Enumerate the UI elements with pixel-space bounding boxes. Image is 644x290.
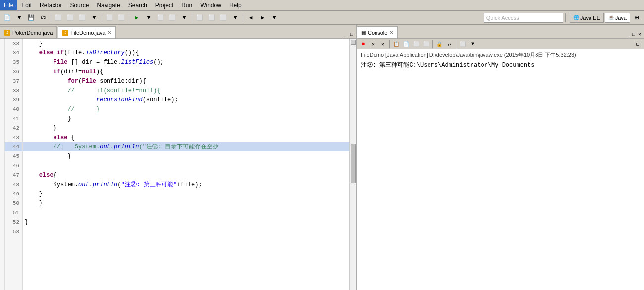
console-tab-close[interactable]: ✕ <box>389 30 393 35</box>
line-46: 46 <box>5 161 22 170</box>
tab-actions: _ □ <box>341 31 356 38</box>
toolbar-btn-14[interactable]: ⬜ <box>218 12 229 23</box>
code-line-50: } <box>23 198 349 208</box>
perspective-javaee-btn[interactable]: 🌐 Java EE <box>570 13 604 23</box>
line-44: 44 <box>5 142 22 151</box>
editor-maximize-btn[interactable]: □ <box>349 31 354 38</box>
toolbar-btn-13[interactable]: ⬜ <box>206 12 217 23</box>
menu-window[interactable]: Window <box>196 0 225 10</box>
toolbar-nav-back[interactable]: ◀ <box>245 12 256 23</box>
open-perspective-btn[interactable]: ⊞ <box>631 12 642 23</box>
console-dropdown-btn[interactable]: ▼ <box>468 40 477 48</box>
line-42: 42 <box>5 123 22 133</box>
console-content: FileDemo [Java Application] D:\develop\J… <box>357 49 644 290</box>
line-40: 40 <box>5 104 22 114</box>
menu-file[interactable]: File <box>0 0 17 10</box>
editor-minimize-btn[interactable]: _ <box>343 31 348 38</box>
line-52: 52 <box>5 217 22 227</box>
toolbar-run-btn[interactable]: ▶ <box>131 12 142 23</box>
perspective-java-btn[interactable]: ☕ Java <box>605 13 630 23</box>
tab-filedemo-close[interactable]: ✕ <box>107 30 111 35</box>
line-numbers: 33 34 35 36 37 38 39 40 41 42 43 44 45 4… <box>5 39 23 290</box>
console-sep-1 <box>389 40 390 48</box>
console-maximize-btn[interactable]: □ <box>631 31 636 38</box>
console-word-wrap-btn[interactable]: ↵ <box>445 40 454 48</box>
console-sep-3 <box>456 40 456 48</box>
line-41: 41 <box>5 114 22 123</box>
console-tab[interactable]: ▦ Console ✕ <box>357 26 398 38</box>
tab-pokerdemo[interactable]: J PokerDemo.java <box>0 26 57 38</box>
toolbar-nav-dropdown[interactable]: ▼ <box>269 12 280 23</box>
console-view-menu-btn[interactable]: ⊟ <box>633 40 642 48</box>
toolbar-btn-3[interactable]: ⬜ <box>53 12 64 23</box>
toolbar-btn-7[interactable]: ⬜ <box>104 12 115 23</box>
console-output: 注③: 第三种可能C:\Users\Administrator\My Docum… <box>361 61 640 69</box>
menu-refactor[interactable]: Refactor <box>36 0 66 10</box>
console-right-btns: ⊟ <box>633 40 642 48</box>
toolbar-btn-10[interactable]: ⬜ <box>167 12 178 23</box>
menu-search[interactable]: Search <box>124 0 151 10</box>
console-terminate-btn[interactable]: ■ <box>359 40 368 48</box>
console-copy-btn[interactable]: 📋 <box>392 40 401 48</box>
quick-access-input[interactable]: Quick Access <box>484 13 563 23</box>
toolbar-btn-12[interactable]: ⬜ <box>194 12 205 23</box>
toolbar-btn-4[interactable]: ⬜ <box>65 12 76 23</box>
console-open-console-btn[interactable]: ⬜ <box>458 40 467 48</box>
console-close-btn[interactable]: ✕ <box>637 30 642 38</box>
code-line-53 <box>23 227 349 236</box>
toolbar-btn-8[interactable]: ⬜ <box>116 12 127 23</box>
menu-edit[interactable]: Edit <box>17 0 36 10</box>
toolbar-btn-11[interactable]: ▼ <box>179 12 190 23</box>
line-48: 48 <box>5 180 22 189</box>
code-line-49: } <box>23 189 349 198</box>
code-line-52: } <box>23 217 349 227</box>
toolbar-sep-6 <box>565 13 566 22</box>
menu-source[interactable]: Source <box>66 0 93 10</box>
toolbar-sep-3 <box>129 13 129 22</box>
toolbar-btn-15[interactable]: ▼ <box>230 12 241 23</box>
tab-filedemo[interactable]: J FileDemo.java ✕ <box>58 26 115 38</box>
editor-scrollbar[interactable] <box>349 39 356 290</box>
code-line-44[interactable]: //| System.out.println("注②: 目录下可能存在空抄 <box>23 142 349 151</box>
toolbar-btn-5[interactable]: ⬜ <box>77 12 88 23</box>
console-remove-btn[interactable]: ✕ <box>369 40 377 48</box>
console-btn-4[interactable]: ⬜ <box>422 40 430 48</box>
toolbar-save-all-btn[interactable]: 🗂 <box>38 12 49 23</box>
line-38: 38 <box>5 86 22 95</box>
menu-project[interactable]: Project <box>151 0 177 10</box>
code-line-38: // if(sonfile!=null){ <box>23 86 349 95</box>
toolbar-btn-6[interactable]: ▼ <box>89 12 100 23</box>
toolbar: 📄 ▼ 💾 🗂 ⬜ ⬜ ⬜ ▼ ⬜ ⬜ ▶ ▼ ⬜ ⬜ ▼ ⬜ ⬜ ⬜ ▼ ◀ … <box>0 11 644 25</box>
code-line-42: } <box>23 123 349 133</box>
line-50: 50 <box>5 198 22 208</box>
toolbar-dropdown-btn[interactable]: ▼ <box>14 12 25 23</box>
toolbar-run-dropdown[interactable]: ▼ <box>143 12 154 23</box>
toolbar-nav-fwd[interactable]: ▶ <box>257 12 268 23</box>
code-area: 33 34 35 36 37 38 39 40 41 42 43 44 45 4… <box>0 39 356 290</box>
console-paste-btn[interactable]: 📄 <box>402 40 411 48</box>
console-toolbar: ■ ✕ ✕ 📋 📄 ⬜ ⬜ 🔒 ↵ ⬜ ▼ ⊟ <box>357 39 644 49</box>
line-45: 45 <box>5 151 22 161</box>
toolbar-btn-9[interactable]: ⬜ <box>155 12 166 23</box>
toolbar-new-btn[interactable]: 📄 <box>2 12 13 23</box>
console-btn-3[interactable]: ⬜ <box>412 40 421 48</box>
filedemo-icon: J <box>62 30 68 36</box>
console-remove2-btn[interactable]: ✕ <box>378 40 387 48</box>
line-53: 53 <box>5 227 22 236</box>
menu-run[interactable]: Run <box>177 0 196 10</box>
menu-help[interactable]: Help <box>225 0 246 10</box>
menu-navigate[interactable]: Navigate <box>93 0 124 10</box>
console-minimize-btn[interactable]: _ <box>625 31 630 38</box>
javaee-label: Java EE <box>580 15 600 21</box>
toolbar-save-btn[interactable]: 💾 <box>26 12 37 23</box>
code-content[interactable]: } else if(file.isDirectory()){ File [] d… <box>23 39 349 290</box>
console-path: FileDemo [Java Application] D:\develop\J… <box>361 51 640 59</box>
console-scroll-lock-btn[interactable]: 🔒 <box>435 40 444 48</box>
main-area: J PokerDemo.java J FileDemo.java ✕ _ □ 3… <box>0 25 644 290</box>
code-line-51 <box>23 208 349 217</box>
code-line-35: File [] dir = file.listFiles(); <box>23 57 349 67</box>
scroll-up-btn[interactable] <box>351 40 356 45</box>
line-37: 37 <box>5 76 22 86</box>
toolbar-sep-5 <box>243 13 243 22</box>
scroll-thumb[interactable] <box>351 144 356 183</box>
